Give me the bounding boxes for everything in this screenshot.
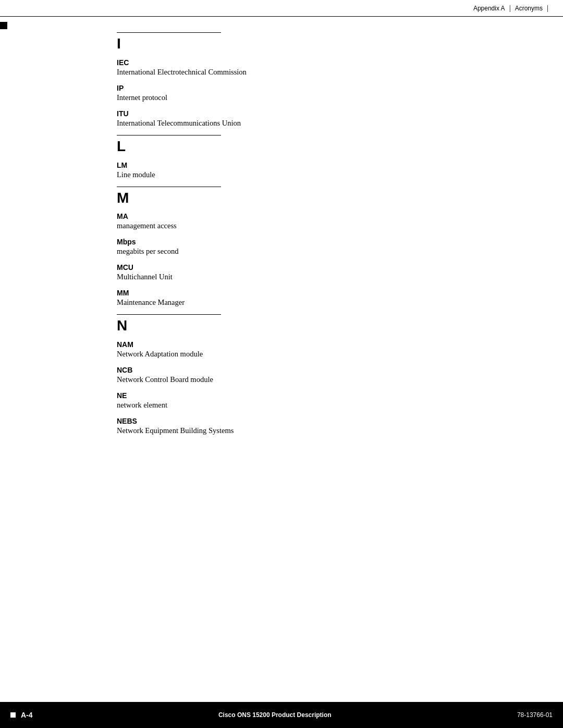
section-M-divider — [117, 187, 221, 187]
footer-doc-number: 78-13766-01 — [517, 711, 553, 719]
header-separator: | — [509, 4, 511, 13]
section-I-divider — [117, 32, 221, 33]
def-IP: Internet protocol — [117, 93, 521, 102]
left-bookmark — [0, 22, 7, 29]
term-ITU: ITU — [117, 109, 521, 118]
term-NCB: NCB — [117, 366, 521, 374]
section-L: L LM Line module — [117, 135, 521, 179]
entry-NE: NE network element — [117, 391, 521, 410]
entry-NCB: NCB Network Control Board module — [117, 366, 521, 384]
footer-title: Cisco ONS 15200 Product Description — [218, 711, 332, 719]
section-I: I IEC International Electrotechnical Com… — [117, 32, 521, 128]
entry-NAM: NAM Network Adaptation module — [117, 340, 521, 359]
def-ITU: International Telecommunications Union — [117, 119, 521, 128]
term-LM: LM — [117, 161, 521, 169]
entry-IP: IP Internet protocol — [117, 84, 521, 102]
term-IP: IP — [117, 84, 521, 92]
main-content: I IEC International Electrotechnical Com… — [117, 17, 521, 697]
section-letter-L: L — [117, 139, 521, 155]
footer-left: A-4 — [10, 711, 33, 719]
entry-ITU: ITU International Telecommunications Uni… — [117, 109, 521, 128]
term-NE: NE — [117, 391, 521, 400]
def-MCU: Multichannel Unit — [117, 273, 521, 281]
header-end-bar: | — [547, 4, 548, 13]
term-Mbps: Mbps — [117, 238, 521, 246]
def-NAM: Network Adaptation module — [117, 350, 521, 359]
def-MM: Maintenance Manager — [117, 298, 521, 307]
page-header: Appendix A | Acronyms | — [0, 0, 563, 17]
appendix-label: Appendix A — [473, 5, 505, 12]
entry-MCU: MCU Multichannel Unit — [117, 263, 521, 281]
entry-MM: MM Maintenance Manager — [117, 289, 521, 307]
footer-bookmark-square — [10, 712, 16, 718]
section-label: Acronyms — [515, 5, 543, 12]
term-MM: MM — [117, 289, 521, 297]
def-NCB: Network Control Board module — [117, 375, 521, 384]
page-number: A-4 — [21, 711, 33, 719]
def-MA: management access — [117, 221, 521, 230]
term-NAM: NAM — [117, 340, 521, 349]
term-MCU: MCU — [117, 263, 521, 272]
def-IEC: International Electrotechnical Commissio… — [117, 68, 521, 77]
section-N: N NAM Network Adaptation module NCB Netw… — [117, 314, 521, 435]
section-letter-N: N — [117, 318, 521, 334]
term-MA: MA — [117, 212, 521, 220]
def-NE: network element — [117, 401, 521, 410]
entry-IEC: IEC International Electrotechnical Commi… — [117, 58, 521, 77]
entry-LM: LM Line module — [117, 161, 521, 179]
section-N-divider — [117, 314, 221, 315]
entry-Mbps: Mbps megabits per second — [117, 238, 521, 256]
section-M: M MA management access Mbps megabits per… — [117, 187, 521, 307]
def-LM: Line module — [117, 170, 521, 179]
entry-MA: MA management access — [117, 212, 521, 230]
page-footer: A-4 Cisco ONS 15200 Product Description … — [0, 702, 563, 728]
section-L-divider — [117, 135, 221, 135]
def-NEBS: Network Equipment Building Systems — [117, 426, 521, 435]
section-letter-I: I — [117, 36, 521, 52]
section-letter-M: M — [117, 190, 521, 206]
term-IEC: IEC — [117, 58, 521, 67]
entry-NEBS: NEBS Network Equipment Building Systems — [117, 417, 521, 435]
def-Mbps: megabits per second — [117, 247, 521, 256]
term-NEBS: NEBS — [117, 417, 521, 425]
